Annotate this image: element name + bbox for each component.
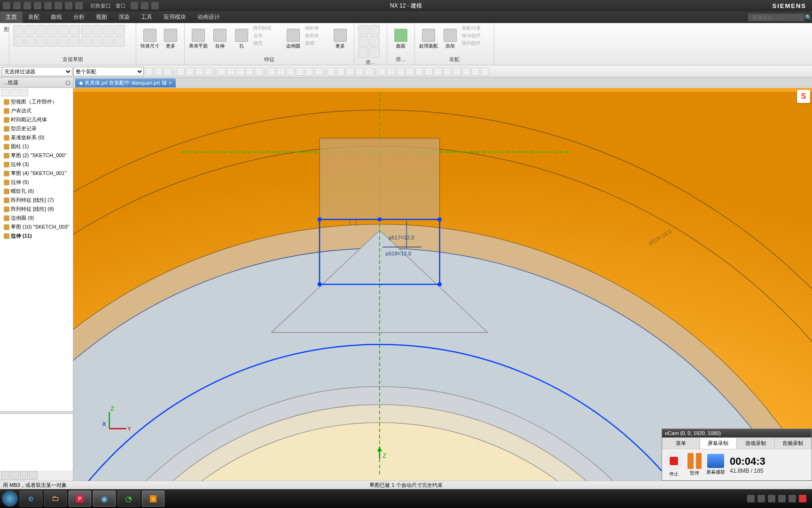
toolbar-button[interactable]: [443, 67, 452, 76]
qat-button[interactable]: [131, 2, 138, 9]
viewport-canvas[interactable]: ⋮⋮ p517=12.0 p518=12.0 p516=16.0 Z Y X: [73, 88, 812, 481]
ocam-tab-menu[interactable]: 菜单: [662, 437, 700, 449]
sketch-tool[interactable]: [115, 25, 125, 35]
3d-viewport[interactable]: ⋮⋮ p517=12.0 p518=12.0 p516=16.0 Z Y X: [73, 88, 812, 481]
sketch-tool[interactable]: [13, 25, 23, 35]
sketch-tool[interactable]: [58, 36, 69, 47]
dimension-p517[interactable]: p517=12.0: [389, 235, 414, 240]
taskbar-nx[interactable]: ◉: [93, 491, 116, 507]
ocam-window[interactable]: oCam (0, 0, 1920, 1080) 菜单 屏幕录制 游戏录制 音频录…: [662, 429, 812, 481]
sketch-tool[interactable]: [58, 25, 69, 35]
toolbar-button[interactable]: [471, 67, 480, 76]
toolbar-button[interactable]: [204, 67, 213, 76]
menu-home[interactable]: 主页: [0, 11, 23, 23]
close-tab-icon[interactable]: ×: [169, 80, 172, 86]
sketch-tool[interactable]: [103, 36, 114, 47]
toolbar-button[interactable]: [355, 67, 364, 76]
nav-footer-button[interactable]: [1, 471, 9, 480]
toolbar-button[interactable]: [327, 67, 336, 76]
toolbar-button[interactable]: [453, 67, 461, 76]
pattern-feature-button[interactable]: 阵列特征: [253, 25, 281, 32]
datum-plane-button[interactable]: 基准平面: [188, 25, 208, 53]
merge-button[interactable]: 合并: [253, 32, 281, 39]
draft-button[interactable]: 拔模: [305, 40, 328, 47]
tray-volume-icon[interactable]: [778, 495, 786, 502]
toolbar-button[interactable]: [164, 67, 172, 76]
sketch-tool[interactable]: [92, 36, 102, 47]
sync-tool[interactable]: [358, 48, 368, 58]
toolbar-button[interactable]: [236, 67, 244, 76]
toolbar-button[interactable]: [296, 67, 304, 76]
toolbar-button[interactable]: [245, 67, 254, 76]
menu-assembly[interactable]: 装配: [23, 11, 45, 23]
sync-tool[interactable]: [358, 25, 368, 35]
feature-tree[interactable]: 型视图（工作部件） 户表达式 时间戳记几何体 型历史记录 基准坐标系 (0) 圆…: [0, 97, 73, 411]
pattern-component-button[interactable]: 阵列组件: [462, 40, 490, 47]
ocam-titlebar[interactable]: oCam (0, 0, 1920, 1080): [662, 429, 812, 437]
more-button[interactable]: 更多: [161, 25, 180, 53]
nav-footer-button[interactable]: [29, 471, 38, 480]
qat-button[interactable]: [13, 2, 21, 9]
move-component-button[interactable]: 移动组件: [462, 32, 490, 39]
asm-constraint-button[interactable]: 装配约束: [462, 25, 490, 32]
toolbar-button[interactable]: [365, 67, 373, 76]
toolbar-button[interactable]: [195, 67, 203, 76]
toolbar-button[interactable]: [267, 67, 276, 76]
nav-footer-button[interactable]: [10, 471, 19, 480]
qat-button[interactable]: [34, 2, 41, 9]
document-tab[interactable]: ◆ 夹具体.prt 在装配中 dianquan.prt 🖫 ×: [75, 79, 176, 87]
sketch-tool[interactable]: [103, 25, 114, 35]
qat-button[interactable]: [3, 2, 10, 9]
sogou-badge-icon[interactable]: S: [797, 90, 810, 103]
taskbar-explorer[interactable]: 🗀: [44, 491, 67, 507]
sketch-tool[interactable]: [36, 36, 46, 47]
dimension-p518[interactable]: p518=12.0: [386, 251, 412, 256]
qat-button[interactable]: [44, 2, 52, 9]
toolbar-button[interactable]: [145, 67, 153, 76]
quick-dimension-button[interactable]: 快速尺寸: [140, 25, 160, 53]
sync-tool[interactable]: [358, 36, 368, 47]
sketch-tool[interactable]: [81, 25, 91, 35]
more-feature-button[interactable]: 更多: [330, 25, 350, 53]
toolbar-button[interactable]: [481, 67, 489, 76]
surface-button[interactable]: 曲面: [391, 25, 411, 53]
nav-control[interactable]: [1, 89, 9, 96]
toolbar-button[interactable]: [415, 67, 423, 76]
toolbar-button[interactable]: [377, 67, 386, 76]
ocam-capture-button[interactable]: 屏幕捕获: [706, 454, 725, 476]
hole-button[interactable]: 孔: [232, 25, 251, 53]
sketch-tool[interactable]: [70, 36, 80, 47]
menu-curve[interactable]: 曲线: [45, 11, 68, 23]
toolbar-button[interactable]: [406, 67, 414, 76]
sync-tool[interactable]: [369, 25, 380, 35]
qat-button[interactable]: [23, 2, 31, 9]
shell-button[interactable]: 抽壳: [253, 40, 281, 47]
toolbar-button[interactable]: [314, 67, 323, 76]
toolbar-button[interactable]: [186, 67, 194, 76]
qat-button[interactable]: [141, 2, 148, 9]
sync-tool[interactable]: [369, 48, 380, 58]
qat-button[interactable]: [55, 2, 62, 9]
menu-tools[interactable]: 工具: [135, 11, 158, 23]
qat-button[interactable]: [65, 2, 72, 9]
process-assembly-button[interactable]: 处理装配: [419, 25, 438, 53]
taskbar-app[interactable]: ◔: [117, 491, 140, 507]
tray-icon[interactable]: [799, 495, 806, 502]
taskbar-ocam[interactable]: o: [142, 491, 164, 507]
toolbar-button[interactable]: [462, 67, 470, 76]
sync-tool[interactable]: [369, 36, 380, 47]
sketch-tool[interactable]: [13, 36, 23, 47]
search-icon[interactable]: 🔍: [804, 14, 812, 21]
sketch-tool[interactable]: [70, 25, 80, 35]
menu-view[interactable]: 视图: [90, 11, 113, 23]
ocam-tab-screen[interactable]: 屏幕录制: [700, 437, 737, 449]
nav-control[interactable]: [10, 89, 19, 96]
toolbar-button[interactable]: [226, 67, 235, 76]
ocam-stop-button[interactable]: 停止: [665, 452, 683, 477]
toolbar-button[interactable]: [396, 67, 405, 76]
sketch-tool[interactable]: [115, 36, 125, 47]
add-component-button[interactable]: 添加: [440, 25, 460, 53]
trim-button[interactable]: 修剪体: [305, 32, 328, 39]
toolbar-button[interactable]: [434, 67, 442, 76]
qat-button[interactable]: [151, 2, 159, 9]
